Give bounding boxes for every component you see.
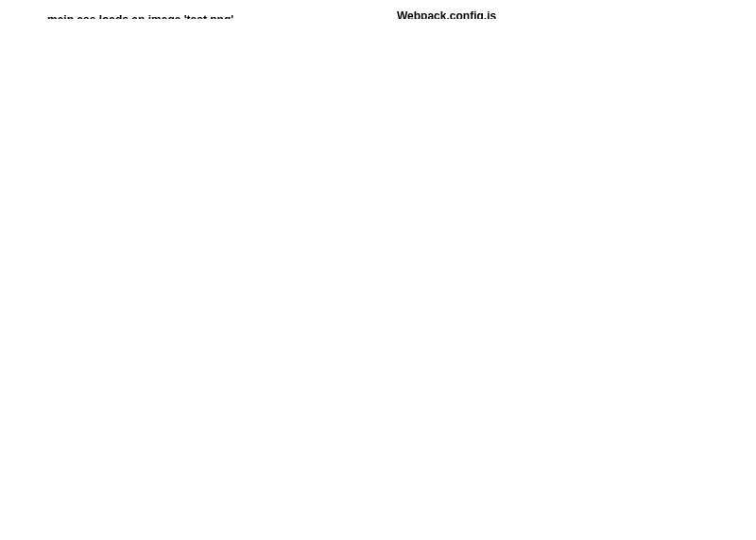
caption-webpack-title: Webpack.config.js	[397, 9, 747, 19]
caption-css: main.css loads an image 'test.png'	[9, 13, 383, 19]
